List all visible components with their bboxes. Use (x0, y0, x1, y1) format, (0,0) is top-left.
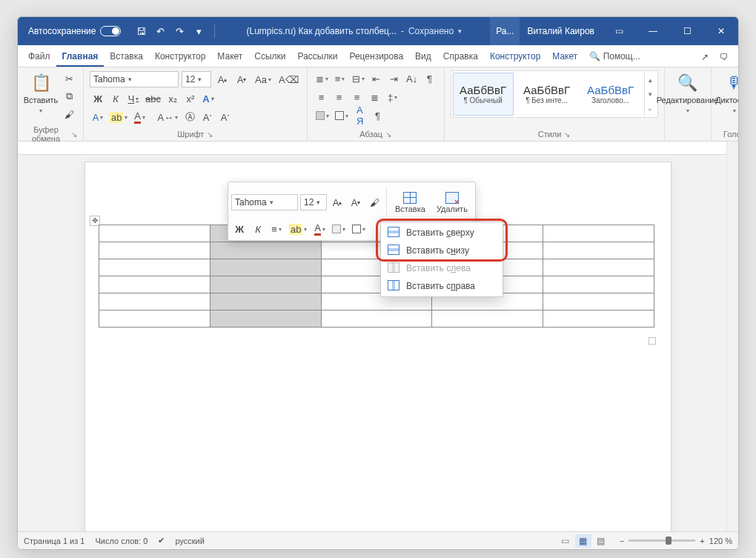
find-button[interactable]: 🔍 Редактирование ▾ (671, 70, 705, 122)
mini-align-icon[interactable]: ≡▾ (268, 221, 285, 237)
dialog-launcher-icon[interactable]: ↘ (564, 130, 570, 139)
enclose-icon[interactable]: Ⓐ (182, 109, 198, 125)
style-no-spacing[interactable]: АаБбВвГ¶ Без инте... (517, 73, 577, 116)
zoom-slider[interactable] (629, 539, 695, 542)
bold-button[interactable]: Ж (90, 90, 106, 107)
subscript-button[interactable]: x₂ (165, 90, 181, 107)
tab-view[interactable]: Вид (409, 47, 437, 67)
vertical-scrollbar[interactable] (726, 142, 738, 531)
tab-file[interactable]: Файл (22, 47, 56, 67)
maximize-button[interactable]: ☐ (670, 17, 704, 45)
change-case-icon[interactable]: Aa▾ (253, 71, 273, 87)
insert-below-item[interactable]: Вставить снизу (381, 242, 503, 259)
table-tools-tab[interactable]: Ра... (490, 17, 520, 45)
format-painter-icon[interactable]: 🖌 (61, 106, 77, 122)
multilevel-icon[interactable]: ⊟▾ (350, 70, 367, 87)
text-outline-icon[interactable]: A▾ (90, 109, 106, 125)
justify-icon[interactable]: ≣ (367, 89, 383, 105)
grow-font2-icon[interactable]: A˄ (199, 109, 216, 125)
styles-scroll[interactable]: ▴▾⌄ (644, 73, 656, 116)
shrink-font2-icon[interactable]: A˅ (217, 109, 233, 125)
word-count[interactable]: Число слов: 0 (95, 537, 147, 545)
mini-borders-icon[interactable]: ▾ (350, 221, 368, 237)
sort-az-icon[interactable]: AЯ (352, 107, 368, 124)
tab-tell-me[interactable]: 🔍 Помощ... (583, 47, 646, 67)
print-layout-icon[interactable]: ▦ (575, 534, 591, 548)
zoom-control[interactable]: − + 120 % (620, 537, 732, 545)
insert-above-item[interactable]: Вставить сверху (381, 224, 503, 242)
decrease-indent-icon[interactable]: ⇤ (368, 70, 385, 87)
underline-button[interactable]: Ч▾ (125, 90, 142, 107)
tab-mailings[interactable]: Рассылки (292, 47, 344, 67)
grow-font-icon[interactable]: A▴ (214, 71, 231, 87)
tab-insert[interactable]: Вставка (104, 47, 149, 67)
ribbon-display-icon[interactable]: ▭ (602, 17, 636, 45)
mini-format-painter-icon[interactable]: 🖌 (366, 194, 382, 210)
font-name-combo[interactable]: Tahoma▾ (90, 71, 179, 87)
close-button[interactable]: ✕ (704, 17, 738, 45)
zoom-value[interactable]: 120 % (709, 537, 732, 545)
mini-shrink-font-icon[interactable]: A▾ (348, 194, 364, 210)
comments-icon[interactable]: 🗨 (714, 47, 734, 67)
tab-review[interactable]: Рецензирова (343, 47, 409, 67)
tab-table-layout[interactable]: Макет (546, 47, 583, 67)
dialog-launcher-icon[interactable]: ↘ (385, 130, 391, 139)
strike-button[interactable]: abc (143, 90, 163, 107)
font-color-icon[interactable]: A▾ (131, 109, 147, 125)
web-layout-icon[interactable]: ▤ (593, 534, 609, 548)
mini-highlight-icon[interactable]: ab▾ (287, 221, 309, 237)
mini-shading-icon[interactable]: ▾ (330, 221, 348, 237)
italic-button[interactable]: К (107, 90, 124, 107)
tab-table-design[interactable]: Конструктор (484, 47, 546, 67)
shrink-font-icon[interactable]: A▾ (233, 71, 250, 87)
dialog-launcher-icon[interactable]: ↘ (71, 130, 77, 139)
tab-references[interactable]: Ссылки (248, 47, 291, 67)
save-icon[interactable]: 🖫 (133, 23, 149, 39)
text-effects-icon[interactable]: A▾ (200, 90, 216, 107)
ruler[interactable] (18, 142, 738, 155)
language-indicator[interactable]: русский (175, 537, 204, 545)
styles-gallery[interactable]: АаБбВвГ¶ Обычный АаБбВвГ¶ Без инте... Аа… (451, 70, 658, 118)
insert-left-item[interactable]: Вставить слева (381, 259, 503, 277)
font-size-combo[interactable]: 12▾ (182, 71, 211, 87)
bullets-icon[interactable]: ≣▾ (314, 70, 331, 87)
copy-icon[interactable]: ⧉ (61, 88, 77, 104)
mini-bold-button[interactable]: Ж (231, 221, 248, 237)
style-heading1[interactable]: АаБбВвГЗаголово... (580, 73, 641, 116)
dictate-button[interactable]: 🎙 Диктофон ▾ (717, 70, 739, 122)
clear-format-icon[interactable]: A⌫ (276, 71, 301, 87)
highlight-icon[interactable]: ab▾ (107, 109, 130, 125)
mini-font-color-icon[interactable]: A▾ (311, 221, 328, 237)
style-normal[interactable]: АаБбВвГ¶ Обычный (453, 73, 514, 116)
user-name[interactable]: Виталий Каиров (520, 26, 602, 36)
align-center-icon[interactable]: ≡ (331, 89, 348, 105)
zoom-out-icon[interactable]: − (620, 537, 624, 545)
redo-icon[interactable]: ↷ (171, 23, 188, 39)
tab-help[interactable]: Справка (437, 47, 484, 67)
mini-insert-button[interactable]: Вставка (391, 185, 430, 219)
spellcheck-icon[interactable]: ✔ (158, 536, 165, 545)
read-mode-icon[interactable]: ▭ (557, 534, 574, 548)
pilcrow-icon[interactable]: ¶ (370, 107, 386, 124)
qat-customize-icon[interactable]: ▾ (190, 23, 207, 39)
dialog-launcher-icon[interactable]: ↘ (207, 130, 213, 139)
table-resize-handle-icon[interactable] (649, 337, 656, 345)
paste-button[interactable]: 📋 Вставить ▾ (24, 70, 58, 122)
sort-icon[interactable]: A↓ (404, 70, 420, 87)
mini-grow-font-icon[interactable]: A▴ (329, 194, 345, 210)
mini-size-combo[interactable]: 12▾ (300, 194, 327, 210)
share-icon[interactable]: ↗ (695, 47, 714, 67)
char-spacing-icon[interactable]: A↔▾ (155, 109, 180, 125)
mini-font-combo[interactable]: Tahoma▾ (231, 194, 298, 210)
zoom-in-icon[interactable]: + (700, 537, 704, 545)
align-right-icon[interactable]: ≡ (349, 89, 365, 105)
line-spacing-icon[interactable]: ‡▾ (385, 89, 401, 105)
show-marks-icon[interactable]: ¶ (422, 70, 438, 87)
minimize-button[interactable]: — (636, 17, 670, 45)
cut-icon[interactable]: ✂ (61, 70, 77, 87)
insert-right-item[interactable]: Вставить справа (381, 277, 503, 295)
borders-icon[interactable]: ▾ (333, 107, 351, 124)
mini-italic-button[interactable]: К (250, 221, 266, 237)
undo-icon[interactable]: ↶ (152, 23, 168, 39)
superscript-button[interactable]: x² (182, 90, 199, 107)
